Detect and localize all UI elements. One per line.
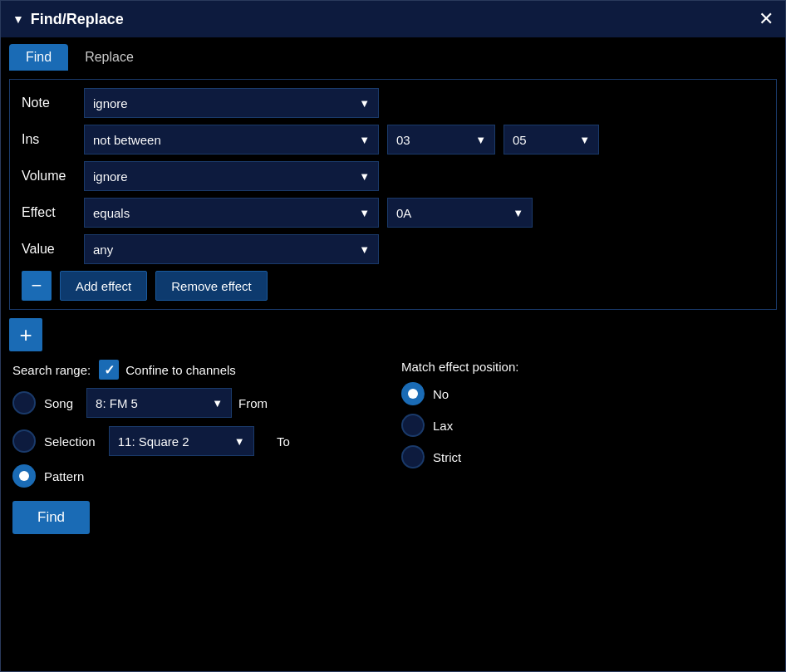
radio-selection-btn[interactable] (12, 429, 36, 453)
ins-val2-select[interactable]: 05 ▼ (504, 125, 599, 155)
radio-lax-label: Lax (433, 419, 453, 433)
note-select-value: ignore (93, 96, 352, 110)
value-select-arrow-icon: ▼ (359, 243, 370, 256)
match-effect-title: Match effect position: (401, 360, 774, 374)
from-range-row: 8: FM 5 ▼ From (86, 388, 268, 418)
radio-song-label: Song (44, 396, 73, 410)
value-select[interactable]: any ▼ (84, 234, 379, 264)
from-label: From (238, 396, 268, 410)
ins-row: Ins not between ▼ 03 ▼ 05 ▼ (22, 125, 764, 155)
confine-label: Confine to channels (125, 363, 236, 377)
find-panel: Note ignore ▼ Ins not between ▼ 03 ▼ (9, 79, 777, 310)
radio-pattern-btn[interactable] (12, 464, 36, 488)
from-channel-select[interactable]: 8: FM 5 ▼ (86, 388, 232, 418)
note-row: Note ignore ▼ (22, 88, 764, 118)
radio-strict-label: Strict (433, 450, 461, 464)
to-channel-value: 11: Square 2 (118, 434, 228, 449)
ins-val2-arrow-icon: ▼ (579, 134, 590, 146)
song-row: Song 8: FM 5 ▼ From (12, 388, 385, 418)
close-button[interactable]: ✕ (759, 10, 774, 28)
value-label: Value (22, 242, 76, 257)
from-channel-value: 8: FM 5 (96, 396, 205, 410)
radio-lax[interactable]: Lax (401, 414, 774, 437)
volume-select-arrow-icon: ▼ (359, 170, 370, 183)
effect-select[interactable]: equals ▼ (84, 198, 379, 228)
radio-no-inner (408, 389, 418, 399)
radio-strict[interactable]: Strict (401, 445, 774, 468)
tab-find[interactable]: Find (9, 44, 68, 71)
volume-select-value: ignore (93, 169, 352, 184)
find-button[interactable]: Find (12, 501, 90, 534)
ins-val1-value: 03 (396, 133, 469, 147)
note-select[interactable]: ignore ▼ (84, 88, 379, 118)
effect-actions-row: − Add effect Remove effect (22, 271, 764, 301)
radio-strict-btn[interactable] (401, 445, 425, 468)
search-range-row: Search range: ✓ Confine to channels (12, 360, 385, 380)
main-content: Note ignore ▼ Ins not between ▼ 03 ▼ (1, 71, 785, 671)
ins-select-value: not between (93, 133, 352, 147)
add-effect-button[interactable]: Add effect (60, 271, 147, 301)
to-channel-arrow-icon: ▼ (234, 435, 245, 448)
effect-val1-arrow-icon: ▼ (513, 207, 523, 219)
title-bar: ▼ Find/Replace ✕ (1, 1, 785, 37)
note-label: Note (22, 96, 76, 110)
volume-row: Volume ignore ▼ (22, 161, 764, 191)
effect-val1-select[interactable]: 0A ▼ (387, 198, 533, 228)
value-select-value: any (93, 243, 352, 257)
plus-row: + (9, 318, 777, 351)
radio-lax-btn[interactable] (401, 414, 425, 437)
ins-val1-arrow-icon: ▼ (475, 134, 486, 146)
collapse-arrow-icon: ▼ (12, 12, 24, 26)
radio-pattern-inner (19, 471, 29, 481)
radio-selection-label: Selection (44, 434, 96, 449)
confine-checkbox-row[interactable]: ✓ Confine to channels (99, 360, 236, 380)
right-section: Match effect position: No Lax Strict (401, 360, 774, 534)
radio-song-btn[interactable] (12, 391, 36, 414)
checkmark-icon: ✓ (104, 362, 115, 378)
ins-val2-value: 05 (513, 133, 572, 147)
effect-select-value: equals (93, 206, 352, 220)
find-replace-window: ▼ Find/Replace ✕ Find Replace Note ignor… (0, 0, 786, 672)
note-select-arrow-icon: ▼ (359, 97, 370, 110)
search-range-label: Search range: (12, 363, 91, 377)
to-range-row: 11: Square 2 ▼ To (109, 426, 290, 456)
effect-row: Effect equals ▼ 0A ▼ (22, 198, 764, 228)
window-title: Find/Replace (31, 11, 124, 28)
selection-row: Selection 11: Square 2 ▼ To (12, 426, 385, 456)
volume-label: Volume (22, 169, 76, 184)
radio-selection[interactable]: Selection (12, 429, 96, 453)
to-label: To (261, 434, 290, 449)
bottom-section: Search range: ✓ Confine to channels Song (9, 360, 777, 534)
tabs-bar: Find Replace (1, 37, 785, 71)
minus-button[interactable]: − (22, 271, 52, 301)
title-bar-left: ▼ Find/Replace (12, 11, 124, 28)
remove-effect-button[interactable]: Remove effect (155, 271, 267, 301)
to-channel-select[interactable]: 11: Square 2 ▼ (109, 426, 254, 456)
effect-label: Effect (22, 205, 76, 220)
volume-select[interactable]: ignore ▼ (84, 161, 379, 191)
radio-pattern-label: Pattern (44, 469, 84, 483)
radio-no-label: No (433, 387, 449, 401)
radio-pattern[interactable]: Pattern (12, 464, 385, 488)
from-channel-arrow-icon: ▼ (212, 397, 223, 410)
value-row: Value any ▼ (22, 234, 764, 264)
effect-val1-value: 0A (396, 206, 506, 220)
radio-song[interactable]: Song (12, 391, 73, 414)
confine-checkbox[interactable]: ✓ (99, 360, 119, 380)
ins-val1-select[interactable]: 03 ▼ (387, 125, 495, 155)
ins-select-arrow-icon: ▼ (359, 134, 370, 146)
effect-select-arrow-icon: ▼ (359, 207, 370, 219)
ins-select[interactable]: not between ▼ (84, 125, 379, 155)
ins-label: Ins (22, 132, 76, 147)
radio-no-btn[interactable] (401, 382, 425, 405)
add-row-button[interactable]: + (9, 318, 42, 351)
radio-no[interactable]: No (401, 382, 774, 405)
tab-replace[interactable]: Replace (68, 44, 150, 71)
left-section: Search range: ✓ Confine to channels Song (12, 360, 385, 534)
